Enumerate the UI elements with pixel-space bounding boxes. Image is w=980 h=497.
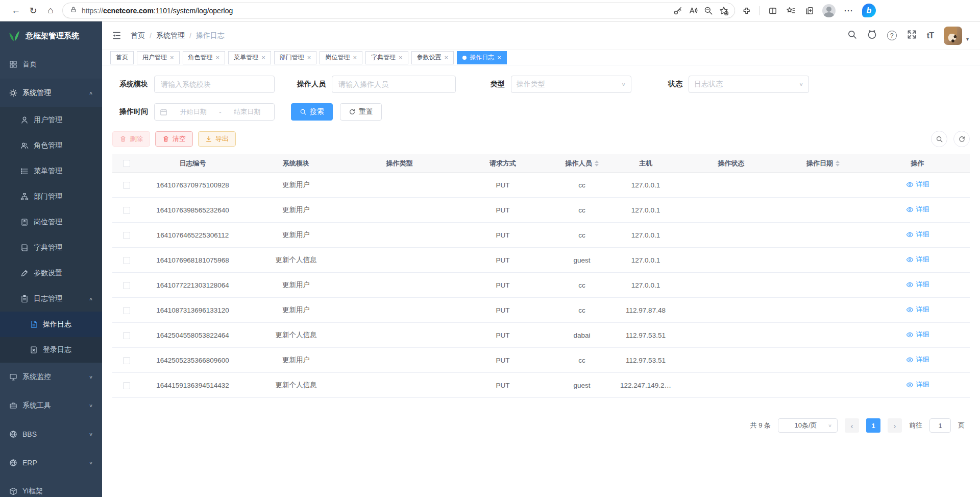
github-icon[interactable] (867, 30, 877, 41)
sidebar-item-user-management[interactable]: 用户管理 (0, 107, 102, 133)
detail-link[interactable]: 详细 (906, 305, 929, 314)
detail-link[interactable]: 详细 (906, 230, 929, 239)
next-page-button[interactable]: › (888, 418, 902, 433)
row-checkbox[interactable] (123, 207, 130, 214)
detail-link[interactable]: 详细 (906, 255, 929, 264)
extensions-puzzle-icon[interactable] (738, 2, 755, 19)
search-button[interactable]: 搜索 (291, 103, 333, 121)
status-select[interactable]: 日志状态 ∨ (689, 76, 809, 93)
tab-role-management[interactable]: 角色管理× (183, 51, 226, 64)
close-icon[interactable]: × (353, 54, 357, 61)
module-input[interactable] (154, 76, 275, 93)
breadcrumb-system[interactable]: 系统管理 (156, 31, 185, 40)
page-size-select[interactable]: 10条/页 ∨ (778, 418, 838, 433)
operator-input[interactable] (332, 76, 456, 93)
detail-link[interactable]: 详细 (906, 205, 929, 214)
copilot-icon[interactable]: b (862, 4, 876, 17)
header-search-icon[interactable] (847, 30, 857, 41)
close-icon[interactable]: × (261, 54, 265, 61)
tab-operation-log[interactable]: 操作日志× (457, 51, 507, 64)
row-checkbox[interactable] (123, 182, 130, 189)
detail-link[interactable]: 详细 (906, 380, 929, 389)
tab-dict-management[interactable]: 字典管理× (365, 51, 408, 64)
close-icon[interactable]: × (497, 54, 501, 61)
sidebar-item-yi-framework[interactable]: Yi框架 (0, 477, 102, 497)
row-checkbox[interactable] (123, 257, 130, 264)
sidebar-item-erp[interactable]: ERP ∨ (0, 448, 102, 477)
browser-back-button[interactable]: ← (7, 2, 24, 19)
row-checkbox[interactable] (123, 332, 130, 339)
page-number-button[interactable]: 1 (866, 418, 880, 433)
show-search-icon[interactable] (931, 131, 947, 147)
sidebar-item-system-tools[interactable]: 系统工具 ∨ (0, 391, 102, 420)
user-avatar[interactable] (944, 27, 962, 45)
password-key-icon[interactable] (670, 3, 685, 18)
close-icon[interactable]: × (399, 54, 403, 61)
sidebar-collapse-icon[interactable] (106, 26, 127, 46)
close-icon[interactable]: × (445, 54, 449, 61)
tab-menu-management[interactable]: 菜单管理× (228, 51, 271, 64)
detail-link[interactable]: 详细 (906, 280, 929, 289)
sidebar-item-department-management[interactable]: 部门管理 (0, 184, 102, 209)
row-checkbox[interactable] (123, 307, 130, 314)
help-icon[interactable]: ? (887, 31, 897, 40)
browser-more-menu[interactable]: ⋯ (840, 2, 857, 19)
row-checkbox[interactable] (123, 357, 130, 364)
close-icon[interactable]: × (216, 54, 220, 61)
split-screen-icon[interactable] (764, 2, 781, 19)
favorites-list-icon[interactable] (782, 2, 800, 19)
col-operator[interactable]: 操作人员 (554, 159, 610, 168)
font-size-icon[interactable]: tT (927, 31, 934, 40)
delete-button[interactable]: 删除 (112, 131, 150, 147)
avatar-dropdown-caret[interactable]: ▾ (966, 36, 969, 45)
date-range-picker[interactable]: 开始日期 - 结束日期 (154, 103, 275, 121)
export-button[interactable]: 导出 (198, 131, 236, 147)
select-all-checkbox[interactable] (123, 160, 130, 167)
close-icon[interactable]: × (170, 54, 174, 61)
col-date[interactable]: 操作日期 (781, 159, 865, 168)
sidebar-item-label: 日志管理 (34, 294, 62, 303)
address-bar[interactable]: https://ccnetcore.com:1101/system/log/op… (62, 3, 735, 18)
favorite-add-star-icon[interactable] (716, 3, 731, 18)
sidebar-item-system-management[interactable]: 系统管理 ∧ (0, 79, 102, 107)
read-aloud-icon[interactable] (685, 3, 701, 18)
close-icon[interactable]: × (307, 54, 311, 61)
sidebar-item-menu-management[interactable]: 菜单管理 (0, 158, 102, 184)
browser-profile-avatar[interactable] (822, 4, 836, 17)
goto-page-input[interactable] (929, 418, 951, 433)
tab-home[interactable]: 首页 (110, 51, 134, 64)
tab-user-management[interactable]: 用户管理× (137, 51, 180, 64)
detail-link[interactable]: 详细 (906, 355, 929, 364)
reset-button[interactable]: 重置 (340, 103, 382, 121)
detail-link[interactable]: 详细 (906, 180, 929, 189)
sidebar-item-bbs[interactable]: BBS ∨ (0, 420, 102, 448)
fullscreen-icon[interactable] (907, 30, 917, 41)
sidebar-item-log-management[interactable]: 日志管理 ∧ (0, 286, 102, 312)
sidebar-item-post-management[interactable]: 岗位管理 (0, 209, 102, 235)
zoom-out-icon[interactable] (701, 3, 716, 18)
tab-param-settings[interactable]: 参数设置× (411, 51, 454, 64)
url-text[interactable]: https://ccnetcore.com:1101/system/log/op… (82, 7, 233, 15)
refresh-table-icon[interactable] (953, 131, 970, 147)
tab-department-management[interactable]: 部门管理× (274, 51, 317, 64)
sidebar-item-login-log[interactable]: 登录日志 (0, 337, 102, 363)
detail-link[interactable]: 详细 (906, 330, 929, 339)
sidebar-item-home[interactable]: 首页 (0, 50, 102, 79)
sidebar-item-operation-log[interactable]: 操作日志 (0, 312, 102, 337)
row-checkbox[interactable] (123, 282, 130, 289)
sidebar-item-system-monitor[interactable]: 系统监控 ∨ (0, 363, 102, 391)
clear-button[interactable]: 清空 (155, 131, 193, 147)
row-checkbox[interactable] (123, 232, 130, 239)
type-select[interactable]: 操作类型 ∨ (511, 76, 631, 93)
browser-refresh-button[interactable]: ↻ (24, 2, 42, 19)
sidebar-item-role-management[interactable]: 角色管理 (0, 133, 102, 158)
collections-icon[interactable] (801, 2, 818, 19)
tab-post-management[interactable]: 岗位管理× (320, 51, 362, 64)
prev-page-button[interactable]: ‹ (845, 418, 859, 433)
sidebar-item-dict-management[interactable]: 字典管理 (0, 235, 102, 261)
browser-home-button[interactable]: ⌂ (42, 2, 59, 19)
breadcrumb-home[interactable]: 首页 (131, 31, 145, 40)
row-checkbox[interactable] (123, 382, 130, 389)
briefcase-icon (9, 401, 17, 410)
sidebar-item-param-settings[interactable]: 参数设置 (0, 261, 102, 286)
